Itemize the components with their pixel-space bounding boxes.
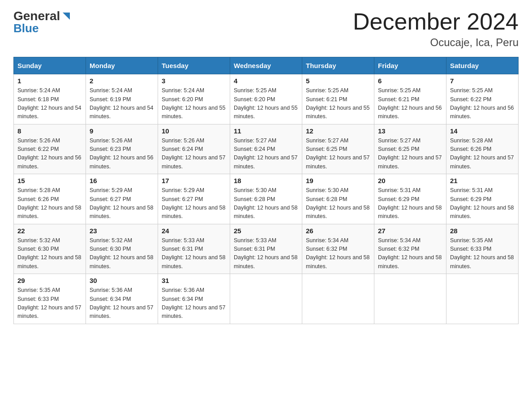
calendar-week-row: 22Sunrise: 5:32 AMSunset: 6:30 PMDayligh… xyxy=(14,224,519,274)
day-number: 7 xyxy=(450,77,515,85)
day-info: Sunrise: 5:36 AMSunset: 6:34 PMDaylight:… xyxy=(90,286,154,321)
day-info: Sunrise: 5:28 AMSunset: 6:26 PMDaylight:… xyxy=(450,137,515,171)
calendar-week-row: 29Sunrise: 5:35 AMSunset: 6:33 PMDayligh… xyxy=(14,274,519,324)
calendar-cell: 1Sunrise: 5:24 AMSunset: 6:18 PMDaylight… xyxy=(14,74,86,124)
day-number: 1 xyxy=(17,77,82,85)
calendar-cell: 17Sunrise: 5:29 AMSunset: 6:27 PMDayligh… xyxy=(158,174,230,224)
day-info: Sunrise: 5:25 AMSunset: 6:20 PMDaylight:… xyxy=(234,86,298,121)
day-info: Sunrise: 5:26 AMSunset: 6:24 PMDaylight:… xyxy=(162,137,226,171)
calendar-cell xyxy=(230,274,302,324)
day-number: 27 xyxy=(378,227,442,235)
day-number: 4 xyxy=(234,77,298,85)
title-block: December 2024 Ocucaje, Ica, Peru xyxy=(353,9,519,49)
page-title: December 2024 xyxy=(353,9,519,34)
day-number: 17 xyxy=(162,177,226,184)
day-number: 20 xyxy=(378,177,442,184)
day-info: Sunrise: 5:35 AMSunset: 6:33 PMDaylight:… xyxy=(17,286,82,321)
day-number: 23 xyxy=(90,227,154,235)
logo-blue-text: Blue xyxy=(13,21,39,35)
day-info: Sunrise: 5:36 AMSunset: 6:34 PMDaylight:… xyxy=(162,286,226,321)
col-header-saturday: Saturday xyxy=(446,57,519,74)
day-number: 6 xyxy=(378,77,442,85)
day-info: Sunrise: 5:27 AMSunset: 6:24 PMDaylight:… xyxy=(234,137,298,171)
calendar-week-row: 1Sunrise: 5:24 AMSunset: 6:18 PMDaylight… xyxy=(14,74,519,124)
day-info: Sunrise: 5:27 AMSunset: 6:25 PMDaylight:… xyxy=(306,137,370,171)
day-number: 18 xyxy=(234,177,298,184)
day-info: Sunrise: 5:33 AMSunset: 6:31 PMDaylight:… xyxy=(234,236,298,271)
calendar-header-row: SundayMondayTuesdayWednesdayThursdayFrid… xyxy=(14,57,519,74)
page-subtitle: Ocucaje, Ica, Peru xyxy=(353,36,519,49)
calendar-cell: 31Sunrise: 5:36 AMSunset: 6:34 PMDayligh… xyxy=(158,274,230,324)
day-info: Sunrise: 5:30 AMSunset: 6:28 PMDaylight:… xyxy=(234,186,298,221)
day-info: Sunrise: 5:31 AMSunset: 6:29 PMDaylight:… xyxy=(450,186,515,221)
day-number: 10 xyxy=(162,127,226,135)
day-number: 30 xyxy=(90,277,154,284)
calendar-cell: 14Sunrise: 5:28 AMSunset: 6:26 PMDayligh… xyxy=(446,124,519,174)
calendar-cell: 10Sunrise: 5:26 AMSunset: 6:24 PMDayligh… xyxy=(158,124,230,174)
day-info: Sunrise: 5:34 AMSunset: 6:32 PMDaylight:… xyxy=(378,236,442,271)
day-info: Sunrise: 5:27 AMSunset: 6:25 PMDaylight:… xyxy=(378,137,442,171)
day-number: 15 xyxy=(17,177,82,184)
col-header-sunday: Sunday xyxy=(14,57,86,74)
calendar-cell: 8Sunrise: 5:26 AMSunset: 6:22 PMDaylight… xyxy=(14,124,86,174)
calendar-cell: 29Sunrise: 5:35 AMSunset: 6:33 PMDayligh… xyxy=(14,274,86,324)
calendar-cell: 5Sunrise: 5:25 AMSunset: 6:21 PMDaylight… xyxy=(302,74,374,124)
calendar-cell: 12Sunrise: 5:27 AMSunset: 6:25 PMDayligh… xyxy=(302,124,374,174)
day-number: 8 xyxy=(17,127,82,135)
day-number: 13 xyxy=(378,127,442,135)
calendar-table: SundayMondayTuesdayWednesdayThursdayFrid… xyxy=(13,57,519,324)
col-header-wednesday: Wednesday xyxy=(230,57,302,74)
calendar-cell: 7Sunrise: 5:25 AMSunset: 6:22 PMDaylight… xyxy=(446,74,519,124)
calendar-week-row: 15Sunrise: 5:28 AMSunset: 6:26 PMDayligh… xyxy=(14,174,519,224)
calendar-cell: 26Sunrise: 5:34 AMSunset: 6:32 PMDayligh… xyxy=(302,224,374,274)
calendar-cell: 11Sunrise: 5:27 AMSunset: 6:24 PMDayligh… xyxy=(230,124,302,174)
calendar-cell: 3Sunrise: 5:24 AMSunset: 6:20 PMDaylight… xyxy=(158,74,230,124)
day-info: Sunrise: 5:29 AMSunset: 6:27 PMDaylight:… xyxy=(162,186,226,221)
calendar-cell: 19Sunrise: 5:30 AMSunset: 6:28 PMDayligh… xyxy=(302,174,374,224)
day-info: Sunrise: 5:30 AMSunset: 6:28 PMDaylight:… xyxy=(306,186,370,221)
svg-marker-0 xyxy=(63,13,70,20)
day-number: 25 xyxy=(234,227,298,235)
day-info: Sunrise: 5:25 AMSunset: 6:22 PMDaylight:… xyxy=(450,86,515,121)
col-header-thursday: Thursday xyxy=(302,57,374,74)
calendar-cell: 24Sunrise: 5:33 AMSunset: 6:31 PMDayligh… xyxy=(158,224,230,274)
day-number: 12 xyxy=(306,127,370,135)
logo-triangle-icon xyxy=(60,10,73,22)
day-info: Sunrise: 5:26 AMSunset: 6:22 PMDaylight:… xyxy=(17,137,82,171)
day-number: 19 xyxy=(306,177,370,184)
calendar-cell: 13Sunrise: 5:27 AMSunset: 6:25 PMDayligh… xyxy=(374,124,446,174)
day-number: 26 xyxy=(306,227,370,235)
day-info: Sunrise: 5:25 AMSunset: 6:21 PMDaylight:… xyxy=(306,86,370,121)
day-info: Sunrise: 5:31 AMSunset: 6:29 PMDaylight:… xyxy=(378,186,442,221)
calendar-cell: 16Sunrise: 5:29 AMSunset: 6:27 PMDayligh… xyxy=(86,174,158,224)
day-number: 22 xyxy=(17,227,82,235)
col-header-tuesday: Tuesday xyxy=(158,57,230,74)
calendar-cell: 6Sunrise: 5:25 AMSunset: 6:21 PMDaylight… xyxy=(374,74,446,124)
day-number: 3 xyxy=(162,77,226,85)
col-header-monday: Monday xyxy=(86,57,158,74)
calendar-cell: 21Sunrise: 5:31 AMSunset: 6:29 PMDayligh… xyxy=(446,174,519,224)
day-info: Sunrise: 5:33 AMSunset: 6:31 PMDaylight:… xyxy=(162,236,226,271)
calendar-cell: 25Sunrise: 5:33 AMSunset: 6:31 PMDayligh… xyxy=(230,224,302,274)
calendar-cell: 2Sunrise: 5:24 AMSunset: 6:19 PMDaylight… xyxy=(86,74,158,124)
day-info: Sunrise: 5:32 AMSunset: 6:30 PMDaylight:… xyxy=(90,236,154,271)
calendar-cell: 27Sunrise: 5:34 AMSunset: 6:32 PMDayligh… xyxy=(374,224,446,274)
calendar-cell xyxy=(374,274,446,324)
page-header: General Blue December 2024 Ocucaje, Ica,… xyxy=(13,9,519,49)
day-number: 16 xyxy=(90,177,154,184)
day-number: 2 xyxy=(90,77,154,85)
calendar-cell: 22Sunrise: 5:32 AMSunset: 6:30 PMDayligh… xyxy=(14,224,86,274)
calendar-cell xyxy=(302,274,374,324)
day-info: Sunrise: 5:24 AMSunset: 6:19 PMDaylight:… xyxy=(90,86,154,121)
calendar-cell: 20Sunrise: 5:31 AMSunset: 6:29 PMDayligh… xyxy=(374,174,446,224)
day-number: 29 xyxy=(17,277,82,284)
day-number: 24 xyxy=(162,227,226,235)
day-number: 31 xyxy=(162,277,226,284)
day-number: 28 xyxy=(450,227,515,235)
day-info: Sunrise: 5:32 AMSunset: 6:30 PMDaylight:… xyxy=(17,236,82,271)
day-number: 11 xyxy=(234,127,298,135)
day-number: 14 xyxy=(450,127,515,135)
day-info: Sunrise: 5:35 AMSunset: 6:33 PMDaylight:… xyxy=(450,236,515,271)
calendar-cell xyxy=(446,274,519,324)
calendar-cell: 30Sunrise: 5:36 AMSunset: 6:34 PMDayligh… xyxy=(86,274,158,324)
